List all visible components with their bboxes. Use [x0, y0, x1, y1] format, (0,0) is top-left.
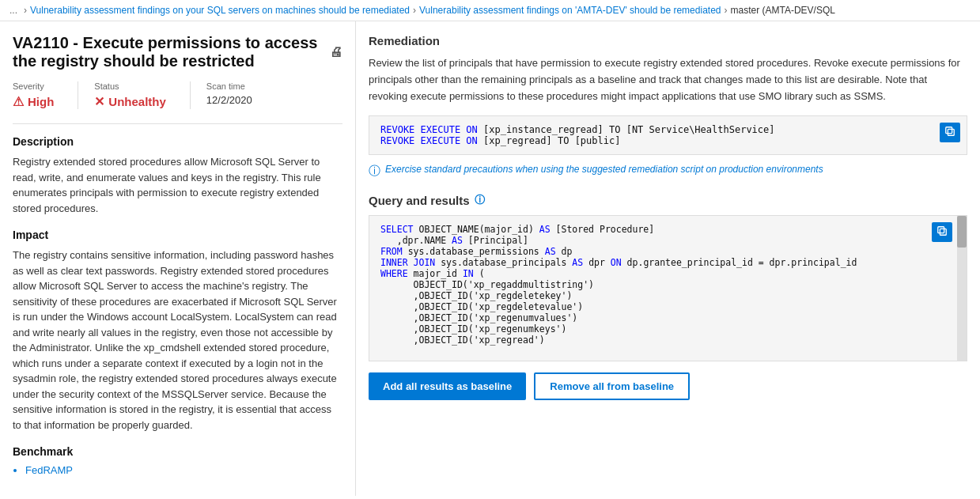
severity-value: ⚠ High — [13, 94, 54, 109]
query-copy-button[interactable] — [932, 222, 952, 242]
benchmark-title: Benchmark — [13, 445, 342, 458]
severity-icon: ⚠ — [13, 94, 24, 109]
query-line-9: ,OBJECT_ID('xp_regenumvalues') — [380, 312, 932, 323]
query-line-7: ,OBJECT_ID('xp_regdeletekey') — [380, 290, 932, 301]
scan-block: Scan time 12/2/2020 — [206, 81, 276, 109]
query-code-block: SELECT OBJECT_NAME(major_id) AS [Stored … — [369, 215, 967, 361]
query-line-2: ,dpr.NAME AS [Principal] — [380, 235, 932, 246]
status-icon: ✕ — [94, 94, 104, 109]
query-line-10: ,OBJECT_ID('xp_regenumkeys') — [380, 323, 932, 335]
page-title-text: VA2110 - Execute permissions to access t… — [13, 34, 322, 70]
info-icon: ⓘ — [369, 164, 380, 179]
info-bar: ⓘ Exercise standard precautions when usi… — [369, 163, 967, 179]
add-baseline-button[interactable]: Add all results as baseline — [369, 372, 526, 400]
svg-rect-2 — [940, 229, 946, 236]
breadcrumb-item-3: master (AMTA-DEV/SQL — [730, 5, 834, 16]
remediation-code-inner: REVOKE EXECUTE ON [xp_instance_regread] … — [380, 124, 955, 146]
right-panel: Remediation Review the list of principal… — [356, 21, 980, 496]
svg-rect-1 — [946, 127, 952, 134]
description-body: Registry extended stored procedures allo… — [13, 154, 342, 216]
remediation-code-block: REVOKE EXECUTE ON [xp_instance_regread] … — [369, 115, 967, 155]
benchmark-item[interactable]: FedRAMP — [25, 464, 342, 476]
scan-date: 12/2/2020 — [206, 94, 252, 106]
remediation-text: Review the list of principals that have … — [369, 55, 967, 104]
query-code-inner: SELECT OBJECT_NAME(major_id) AS [Stored … — [380, 224, 955, 346]
left-panel: VA2110 - Execute permissions to access t… — [0, 21, 356, 496]
query-line-8: ,OBJECT_ID('xp_regdeletevalue') — [380, 301, 932, 312]
query-line-6: OBJECT_ID('xp_regaddmultistring') — [380, 279, 932, 290]
query-title-text: Query and results — [369, 194, 470, 207]
benchmark-list: FedRAMP — [25, 464, 342, 476]
impact-title: Impact — [13, 229, 342, 241]
remediation-title: Remediation — [369, 34, 967, 47]
description-title: Description — [13, 135, 342, 148]
svg-rect-0 — [948, 130, 954, 136]
impact-body: The registry contains sensitive informat… — [13, 248, 342, 433]
remediation-code-line-1: REVOKE EXECUTE ON [xp_instance_regread] … — [380, 124, 924, 135]
divider-1 — [13, 123, 342, 124]
print-icon[interactable]: 🖨 — [330, 45, 342, 59]
breadcrumb-item-1[interactable]: Vulnerability assessment findings on you… — [30, 5, 410, 16]
query-line-4: INNER JOIN sys.database_principals AS dp… — [380, 257, 932, 268]
scan-value: 12/2/2020 — [206, 94, 252, 106]
query-line-11: ,OBJECT_ID('xp_regread') — [380, 335, 932, 346]
page-title-row: VA2110 - Execute permissions to access t… — [13, 34, 342, 70]
meta-row: Severity ⚠ High Status ✕ Unhealthy Scan … — [13, 81, 342, 109]
svg-rect-3 — [938, 227, 944, 233]
query-line-3: FROM sys.database_permissions AS dp — [380, 246, 932, 257]
query-title-row: Query and results ⓘ — [369, 193, 967, 207]
breadcrumb-item-2[interactable]: Vulnerability assessment findings on 'AM… — [419, 5, 721, 16]
query-line-5: WHERE major_id IN ( — [380, 268, 932, 279]
scroll-track — [957, 216, 967, 361]
status-text: Unhealthy — [108, 95, 166, 108]
scan-label: Scan time — [206, 81, 252, 91]
status-label: Status — [94, 81, 166, 91]
severity-label: Severity — [13, 81, 54, 91]
breadcrumb: ... › Vulnerability assessment findings … — [0, 0, 980, 21]
query-info-icon[interactable]: ⓘ — [475, 193, 485, 207]
severity-text: High — [28, 95, 54, 108]
remediation-code-line-2: REVOKE EXECUTE ON [xp_regread] TO [publi… — [380, 135, 924, 146]
button-row: Add all results as baseline Remove all f… — [369, 372, 967, 400]
status-block: Status ✕ Unhealthy — [94, 81, 191, 109]
info-text: Exercise standard precautions when using… — [385, 163, 823, 176]
severity-block: Severity ⚠ High — [13, 81, 78, 109]
breadcrumb-ellipsis: ... — [9, 5, 17, 16]
status-value: ✕ Unhealthy — [94, 94, 166, 109]
query-line-1: SELECT OBJECT_NAME(major_id) AS [Stored … — [380, 224, 932, 235]
remediation-copy-button[interactable] — [940, 123, 960, 142]
scroll-thumb[interactable] — [957, 216, 967, 248]
remove-baseline-button[interactable]: Remove all from baseline — [534, 372, 690, 400]
